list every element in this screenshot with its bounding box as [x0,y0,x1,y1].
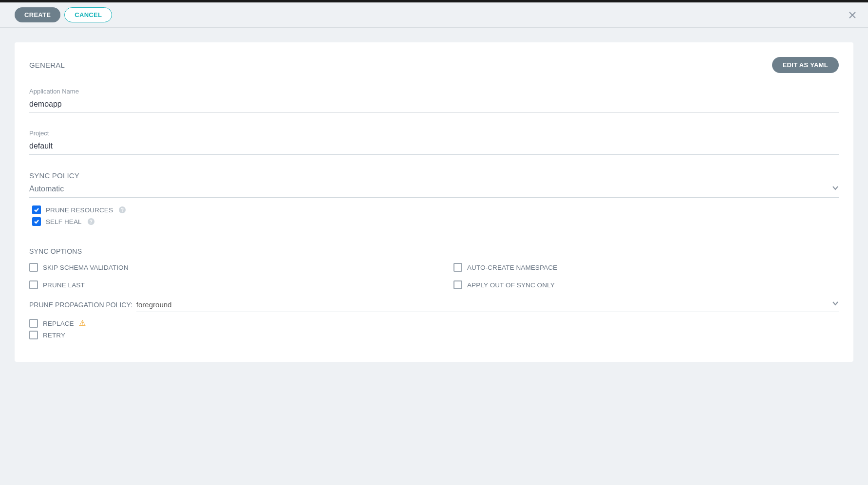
retry-label: RETRY [43,332,65,339]
retry-checkbox[interactable] [29,331,38,339]
sync-policy-value: Automatic [29,185,832,193]
prune-last-checkbox[interactable] [29,280,38,289]
prune-resources-checkbox[interactable] [32,205,41,214]
skip-schema-validation-checkbox[interactable] [29,263,38,272]
close-icon [849,11,856,19]
help-icon[interactable]: ? [119,206,126,213]
prune-propagation-label: PRUNE PROPAGATION POLICY: [29,301,132,309]
apply-out-of-sync-checkbox[interactable] [453,280,462,289]
project-label: Project [29,130,839,137]
cancel-button[interactable]: CANCEL [64,7,112,22]
section-sync-options-title: SYNC OPTIONS [29,247,839,255]
create-button[interactable]: CREATE [15,7,60,22]
content-area: GENERAL EDIT AS YAML Application Name Pr… [0,28,868,485]
self-heal-label: SELF HEAL [46,218,82,225]
sync-policy-select[interactable]: Automatic [29,183,839,198]
edit-as-yaml-button[interactable]: EDIT AS YAML [772,57,839,73]
prune-propagation-value: foreground [136,300,832,309]
field-application-name: Application Name [29,88,839,113]
replace-checkbox[interactable] [29,319,38,328]
chevron-down-icon [832,185,839,193]
field-project: Project [29,130,839,155]
application-name-label: Application Name [29,88,839,95]
application-name-input[interactable] [29,97,839,113]
apply-out-of-sync-label: APPLY OUT OF SYNC ONLY [467,281,555,289]
replace-label: REPLACE [43,320,74,327]
project-input[interactable] [29,139,839,155]
section-sync-policy-title: SYNC POLICY [29,171,839,180]
prune-resources-label: PRUNE RESOURCES [46,206,113,214]
form-card: GENERAL EDIT AS YAML Application Name Pr… [15,42,853,362]
prune-last-label: PRUNE LAST [43,281,85,289]
auto-create-namespace-checkbox[interactable] [453,263,462,272]
skip-schema-validation-label: SKIP SCHEMA VALIDATION [43,264,129,271]
self-heal-checkbox[interactable] [32,217,41,226]
auto-create-namespace-label: AUTO-CREATE NAMESPACE [467,264,557,271]
chevron-down-icon [832,300,839,309]
prune-propagation-select[interactable]: foreground [136,299,839,312]
warning-icon: ⚠ [79,319,86,327]
close-button[interactable] [846,8,859,22]
section-general-title: GENERAL [29,61,65,69]
help-icon[interactable]: ? [88,218,94,225]
dialog-toolbar: CREATE CANCEL [0,2,868,28]
